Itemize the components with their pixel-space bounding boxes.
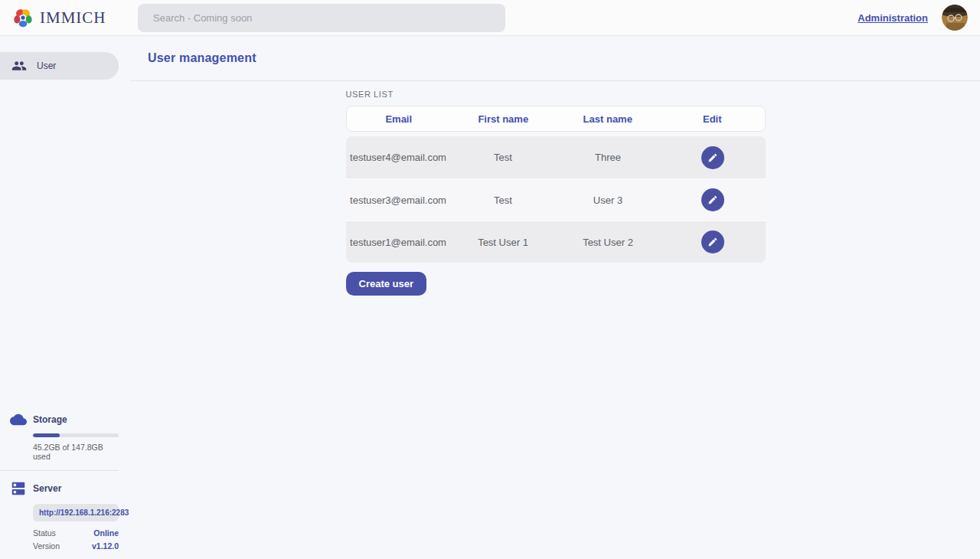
column-header-edit: Edit (660, 113, 765, 125)
immich-flower-icon (12, 7, 34, 28)
server-header: Server (0, 480, 131, 497)
user-table-body: testuser4@email.com Test Three testuser3… (346, 136, 766, 263)
version-value: v1.12.0 (92, 540, 119, 553)
status-value: Online (93, 527, 119, 540)
app-wordmark: IMMICH (40, 8, 106, 28)
server-title: Server (33, 483, 61, 494)
section-label: USER LIST (346, 90, 766, 99)
table-row: testuser1@email.com Test User 1 Test Use… (346, 221, 766, 263)
cell-last-name: Three (556, 152, 661, 163)
server-icon (10, 480, 27, 497)
cell-last-name: User 3 (556, 195, 661, 206)
user-list-section: USER LIST Email First name Last name Edi… (346, 81, 766, 296)
users-icon (11, 58, 27, 74)
cell-first-name: Test User 1 (451, 237, 556, 248)
navbar-right: Administration (858, 5, 968, 31)
sidebar-divider (0, 470, 119, 471)
pencil-icon (707, 152, 718, 163)
title-band: User management (131, 36, 980, 81)
cell-email: testuser4@email.com (346, 152, 451, 163)
column-header-last-name: Last name (556, 113, 661, 125)
cell-last-name: Test User 2 (556, 237, 661, 248)
storage-usage-text: 45.2GB of 147.8GB used (33, 443, 119, 461)
cloud-icon (10, 411, 27, 428)
edit-user-button[interactable] (701, 230, 724, 253)
table-row: testuser4@email.com Test Three (346, 136, 766, 178)
sidebar-item-label: User (37, 60, 56, 71)
storage-title: Storage (33, 414, 67, 425)
main-panel: User management USER LIST Email First na… (131, 36, 980, 559)
pencil-icon (707, 237, 718, 247)
cell-first-name: Test (451, 152, 556, 163)
server-status-row: Status Online (33, 527, 119, 540)
server-version-row: Version v1.12.0 (33, 540, 119, 553)
storage-header: Storage (0, 411, 131, 428)
cell-email: testuser3@email.com (346, 195, 451, 206)
user-avatar[interactable] (942, 5, 968, 31)
version-label: Version (33, 540, 60, 553)
administration-link[interactable]: Administration (858, 12, 928, 24)
sidebar-item-user[interactable]: User (0, 52, 119, 80)
app-logo: IMMICH (12, 7, 138, 28)
server-url-chip: http://192.168.1.216:2283 (33, 504, 119, 521)
cell-email: testuser1@email.com (346, 237, 451, 248)
cell-first-name: Test (451, 195, 556, 206)
avatar-photo (942, 5, 968, 31)
table-row: testuser3@email.com Test User 3 (346, 178, 766, 221)
column-header-email: Email (347, 113, 452, 125)
edit-user-button[interactable] (701, 146, 724, 169)
user-table-header: Email First name Last name Edit (346, 106, 766, 132)
sidebar-footer: Storage 45.2GB of 147.8GB used Server ht… (0, 411, 131, 553)
create-user-button[interactable]: Create user (346, 272, 427, 296)
search-input[interactable] (138, 4, 505, 32)
top-navbar: IMMICH Administration (0, 0, 980, 36)
pencil-icon (707, 195, 718, 205)
storage-progress-fill (33, 433, 60, 437)
column-header-first-name: First name (451, 113, 556, 125)
edit-user-button[interactable] (701, 188, 724, 211)
sidebar: User Storage 45.2GB of 147.8GB used Serv… (0, 36, 131, 559)
page-title: User management (148, 51, 256, 65)
status-label: Status (33, 527, 56, 540)
storage-progress-bar (33, 433, 119, 437)
